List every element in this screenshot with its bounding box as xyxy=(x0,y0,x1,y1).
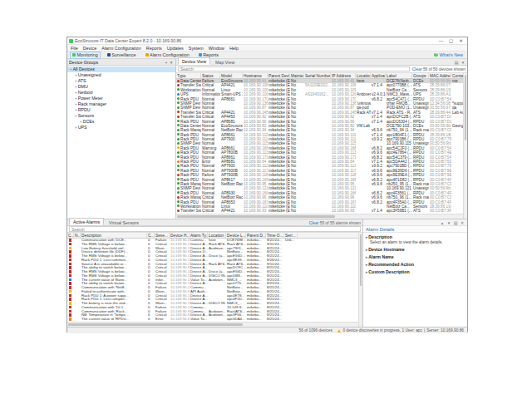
perspective-surveillance[interactable]: Surveillance xyxy=(105,52,139,59)
menu-item-alarm-configuration[interactable]: Alarm Configuration xyxy=(101,46,141,51)
view-menu-icon[interactable]: ▤ xyxy=(454,60,459,65)
column-header-mac-address[interactable]: MAC Address xyxy=(429,73,451,78)
device-row[interactable]: Transfer SwiCriticalAP442110.169.90.93mi… xyxy=(176,209,463,213)
close-panel-icon[interactable]: ✕ xyxy=(460,220,465,225)
device-status-icon xyxy=(177,111,180,113)
alarm-column-header-seri-[interactable]: Seri... xyxy=(284,233,298,238)
minimize-icon[interactable]: — xyxy=(436,38,446,43)
tree-item-rpdu[interactable]: +RPDU xyxy=(67,107,175,113)
panel-menu-icon[interactable]: ▤ xyxy=(453,220,458,225)
section-header-device-hostname[interactable]: ▸Device Hostname xyxy=(366,247,465,252)
minimize-panel-icon[interactable]: ▾ xyxy=(461,60,466,65)
maximize-icon[interactable]: ▢ xyxy=(446,38,456,43)
menu-item-file[interactable]: File xyxy=(71,46,78,51)
column-header-location[interactable]: Location xyxy=(356,73,371,78)
alarm-column-header-time-o-[interactable]: Time O... xyxy=(266,233,284,238)
section-header-description[interactable]: ▸Description xyxy=(366,234,465,239)
expander-icon[interactable]: + xyxy=(75,85,77,89)
expander-icon[interactable]: + xyxy=(75,73,77,77)
section-header-custom-description[interactable]: ▸Custom Description xyxy=(366,269,465,274)
alarm-column-header-n-[interactable]: N... xyxy=(74,233,81,238)
tree-item-netbotz[interactable]: +Netbotz xyxy=(67,90,175,96)
tree-item-label: All Devices xyxy=(73,66,95,71)
menu-item-device[interactable]: Device xyxy=(83,46,96,51)
tab-device-view[interactable]: Device View xyxy=(178,57,210,65)
tab-virtual-sensors[interactable]: Virtual Sensors xyxy=(106,219,142,225)
menu-item-system[interactable]: System xyxy=(189,46,204,51)
expander-icon[interactable]: + xyxy=(75,114,77,118)
tree-item-label: Unassigned xyxy=(78,72,101,77)
alarm-vscrollbar[interactable] xyxy=(358,233,362,327)
expander-icon[interactable]: + xyxy=(70,67,72,71)
column-header-status[interactable]: Status xyxy=(201,73,220,78)
alarm-clear-button[interactable]: Clear xyxy=(309,221,319,225)
device-status-icon xyxy=(177,88,180,91)
perspective-label: Surveillance xyxy=(111,52,135,57)
menu-item-help[interactable]: Help xyxy=(229,46,239,51)
expander-icon[interactable]: + xyxy=(80,120,82,124)
section-header-recommended-action[interactable]: ▸Recommended Action xyxy=(366,262,465,267)
tree-item-label: Power Meter xyxy=(78,96,103,101)
perspective-label: Monitoring xyxy=(77,52,98,57)
expand-all-icon[interactable]: ▾ xyxy=(446,220,451,225)
tree-item-power-meter[interactable]: +Power Meter xyxy=(67,96,175,101)
column-header-maintenanc-[interactable]: Maintenanc... xyxy=(290,73,304,78)
device-status-icon xyxy=(177,169,180,171)
device-search-row: Search Clear 56 of 56 devices shown xyxy=(176,66,467,73)
alarm-search-input[interactable]: Search xyxy=(69,226,361,232)
section-label: Alarm Name xyxy=(368,254,393,259)
alarm-column-header-seve-[interactable]: Seve... xyxy=(155,233,170,238)
expander-icon[interactable]: + xyxy=(75,126,77,130)
column-header-label[interactable]: Label xyxy=(386,73,412,78)
device-vscrollbar[interactable] xyxy=(463,73,467,219)
whats-new-label: What's New xyxy=(439,52,463,57)
tab-active-alarms[interactable]: Active Alarms xyxy=(69,218,104,225)
alarm-severity-flag-icon xyxy=(69,247,71,250)
alarm-column-header-location[interactable]: Location xyxy=(208,233,226,238)
menu-item-reports[interactable]: Reports xyxy=(146,46,162,51)
column-header-application-[interactable]: Application... xyxy=(371,73,386,78)
tree-item-dmu[interactable]: +DMU xyxy=(67,84,175,90)
tree-item-sensors[interactable]: +Sensors xyxy=(67,113,175,119)
menu-item-updates[interactable]: Updates xyxy=(167,46,184,51)
close-icon[interactable]: ✕ xyxy=(456,38,466,43)
column-header-serial-number[interactable]: Serial Number xyxy=(304,73,331,78)
tree-item-unassigned[interactable]: +Unassigned xyxy=(67,72,175,78)
tree-item-dces[interactable]: +DCEs xyxy=(67,119,175,125)
expander-icon[interactable]: + xyxy=(75,102,77,106)
alarm-column-header-alarm-ty-[interactable]: Alarm Ty... xyxy=(190,233,208,238)
column-header-hostname[interactable]: Hostname xyxy=(243,73,268,78)
panel-menu-icon[interactable]: ▾ xyxy=(169,60,174,65)
column-header-type[interactable]: Type xyxy=(176,73,201,78)
section-header-alarm-name[interactable]: ▸Alarm Name xyxy=(366,254,465,259)
expander-icon[interactable]: + xyxy=(75,108,77,112)
alarm-column-header-parent-d-[interactable]: Parent D... xyxy=(246,233,266,238)
alarm-column-header-device-l-[interactable]: Device L... xyxy=(226,233,246,238)
alarm-column-header-c-[interactable]: C... xyxy=(67,233,74,238)
expander-icon[interactable]: + xyxy=(75,96,77,101)
menu-item-window[interactable]: Window xyxy=(209,46,224,51)
device-search-input[interactable]: Search xyxy=(178,66,410,72)
expander-icon[interactable]: + xyxy=(75,91,77,95)
expander-icon[interactable]: + xyxy=(75,79,77,83)
column-header-model[interactable]: Model xyxy=(220,73,243,78)
alarm-column-header-c-[interactable]: C... xyxy=(147,233,155,238)
tree-item-ats[interactable]: +ATS xyxy=(67,78,175,84)
whats-new-link[interactable]: ?What's New xyxy=(434,52,465,57)
alarm-hscrollbar[interactable] xyxy=(67,322,358,327)
column-header-groups[interactable]: Groups xyxy=(412,73,429,78)
column-header-parent-device[interactable]: Parent Device xyxy=(268,73,290,78)
collapse-all-icon[interactable]: ▴ xyxy=(440,220,445,225)
device-status-icon xyxy=(177,84,180,86)
device-clear-button[interactable]: Clear xyxy=(412,67,422,71)
tree-item-all-devices[interactable]: +All Devices xyxy=(67,66,175,72)
alarm-column-header-description[interactable]: Description xyxy=(81,233,147,238)
tab-map-view[interactable]: Map View xyxy=(212,59,238,65)
device-hscrollbar[interactable] xyxy=(176,214,463,219)
column-header-ip-address[interactable]: IP Address xyxy=(331,73,356,78)
tree-item-rack-manager[interactable]: +Rack manager xyxy=(67,101,175,107)
tree-item-ups[interactable]: +UPS xyxy=(67,125,175,131)
perspective-monitoring[interactable]: Monitoring xyxy=(70,52,101,59)
alarm-column-header-device-h-[interactable]: Device H... xyxy=(170,233,190,238)
tree-item-label: UPS xyxy=(78,125,87,130)
